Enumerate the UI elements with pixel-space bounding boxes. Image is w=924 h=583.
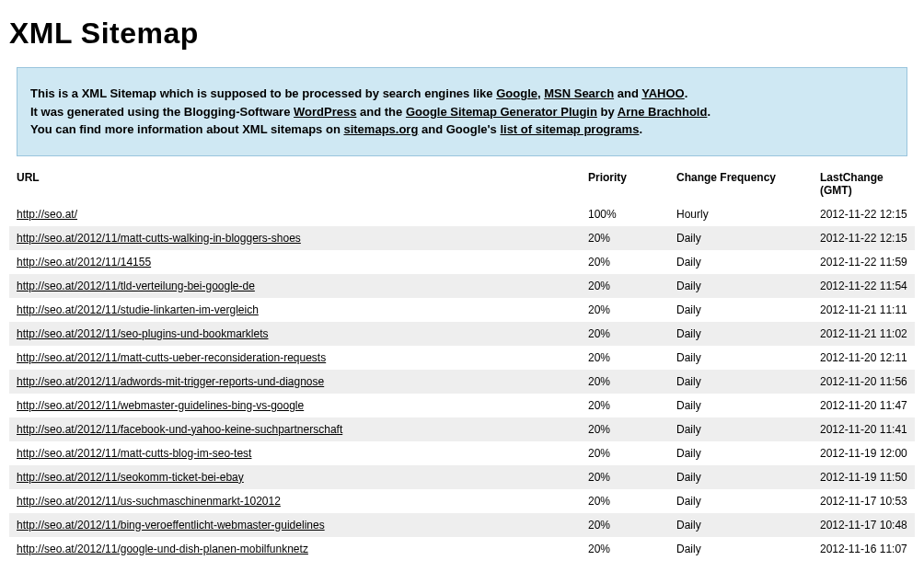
sitemap-url-link[interactable]: http://seo.at/ (17, 208, 77, 221)
table-row: http://seo.at/2012/11/bing-veroeffentlic… (9, 513, 915, 537)
sitemap-url-link[interactable]: http://seo.at/2012/11/14155 (17, 256, 151, 269)
link-msn-search[interactable]: MSN Search (544, 86, 614, 100)
cell-last-change: 2012-11-22 11:59 (813, 250, 915, 274)
sitemap-url-link[interactable]: http://seo.at/2012/11/adwords-mit-trigge… (17, 375, 324, 388)
table-row: http://seo.at/2012/11/matt-cutts-blog-im… (9, 441, 915, 465)
sitemap-url-link[interactable]: http://seo.at/2012/11/studie-linkarten-i… (17, 303, 259, 316)
cell-url: http://seo.at/2012/11/matt-cutts-walking… (9, 226, 581, 250)
cell-url: http://seo.at/2012/11/google-und-dish-pl… (9, 537, 581, 561)
info-text: . (707, 105, 710, 119)
cell-priority: 20% (581, 370, 669, 394)
cell-priority: 20% (581, 513, 669, 537)
cell-priority: 100% (581, 202, 669, 226)
cell-last-change: 2012-11-20 11:41 (813, 417, 915, 441)
info-text: . (685, 86, 688, 100)
info-line-1: This is a XML Sitemap which is supposed … (30, 85, 894, 103)
page-title: XML Sitemap (9, 17, 915, 51)
cell-priority: 20% (581, 489, 669, 513)
cell-priority: 20% (581, 322, 669, 346)
header-priority: Priority (581, 166, 669, 202)
table-row: http://seo.at/100%Hourly2012-11-22 12:15 (9, 202, 915, 226)
table-row: http://seo.at/2012/11/studie-linkarten-i… (9, 298, 915, 322)
cell-change-frequency: Hourly (669, 202, 813, 226)
cell-last-change: 2012-11-22 11:54 (813, 274, 915, 298)
link-sitemap-plugin[interactable]: Google Sitemap Generator Plugin (406, 105, 597, 119)
cell-last-change: 2012-11-17 10:53 (813, 489, 915, 513)
table-row: http://seo.at/2012/11/matt-cutts-ueber-r… (9, 346, 915, 370)
table-row: http://seo.at/2012/11/webmaster-guidelin… (9, 394, 915, 417)
sitemap-url-link[interactable]: http://seo.at/2012/11/webmaster-guidelin… (17, 399, 304, 412)
sitemap-url-link[interactable]: http://seo.at/2012/11/seo-plugins-und-bo… (17, 327, 269, 340)
cell-change-frequency: Daily (669, 513, 813, 537)
link-author[interactable]: Arne Brachhold (618, 105, 708, 119)
cell-change-frequency: Daily (669, 274, 813, 298)
cell-change-frequency: Daily (669, 441, 813, 465)
link-yahoo[interactable]: YAHOO (641, 86, 684, 100)
cell-url: http://seo.at/2012/11/matt-cutts-blog-im… (9, 441, 581, 465)
cell-url: http://seo.at/2012/11/matt-cutts-ueber-r… (9, 346, 581, 370)
cell-change-frequency: Daily (669, 465, 813, 489)
cell-change-frequency: Daily (669, 322, 813, 346)
info-text: and Google's (418, 122, 500, 136)
cell-last-change: 2012-11-21 11:02 (813, 322, 915, 346)
cell-change-frequency: Daily (669, 226, 813, 250)
cell-last-change: 2012-11-20 11:56 (813, 370, 915, 394)
link-sitemap-programs[interactable]: list of sitemap programs (500, 122, 639, 136)
table-row: http://seo.at/2012/11/seokomm-ticket-bei… (9, 465, 915, 489)
sitemap-url-link[interactable]: http://seo.at/2012/11/seokomm-ticket-bei… (17, 471, 244, 484)
cell-change-frequency: Daily (669, 417, 813, 441)
table-row: http://seo.at/2012/11/adwords-mit-trigge… (9, 370, 915, 394)
info-line-3: You can find more information about XML … (30, 120, 894, 139)
header-change-frequency: Change Frequency (669, 166, 813, 202)
cell-url: http://seo.at/2012/11/seokomm-ticket-bei… (9, 465, 581, 489)
cell-priority: 20% (581, 417, 669, 441)
cell-priority: 20% (581, 250, 669, 274)
cell-priority: 20% (581, 226, 669, 250)
cell-url: http://seo.at/2012/11/adwords-mit-trigge… (9, 370, 581, 394)
cell-last-change: 2012-11-20 11:47 (813, 394, 915, 417)
cell-url: http://seo.at/2012/11/14155 (9, 250, 581, 274)
cell-priority: 20% (581, 274, 669, 298)
sitemap-url-link[interactable]: http://seo.at/2012/11/facebook-und-yahoo… (17, 423, 342, 436)
table-row: http://seo.at/2012/11/1415520%Daily2012-… (9, 250, 915, 274)
cell-priority: 20% (581, 298, 669, 322)
info-text: This is a XML Sitemap which is supposed … (30, 86, 496, 100)
cell-last-change: 2012-11-19 11:50 (813, 465, 915, 489)
cell-url: http://seo.at/2012/11/studie-linkarten-i… (9, 298, 581, 322)
table-row: http://seo.at/2012/11/tld-verteilung-bei… (9, 274, 915, 298)
info-line-2: It was generated using the Blogging-Soft… (30, 103, 894, 121)
table-row: http://seo.at/2012/11/us-suchmaschinenma… (9, 489, 915, 513)
sitemap-url-link[interactable]: http://seo.at/2012/11/tld-verteilung-bei… (17, 280, 255, 292)
cell-url: http://seo.at/2012/11/tld-verteilung-bei… (9, 274, 581, 298)
link-google[interactable]: Google (496, 86, 537, 100)
sitemap-url-link[interactable]: http://seo.at/2012/11/matt-cutts-ueber-r… (17, 351, 326, 364)
cell-change-frequency: Daily (669, 537, 813, 561)
cell-last-change: 2012-11-22 12:15 (813, 202, 915, 226)
cell-priority: 20% (581, 346, 669, 370)
cell-url: http://seo.at/2012/11/seo-plugins-und-bo… (9, 322, 581, 346)
info-text: It was generated using the Blogging-Soft… (30, 105, 294, 119)
sitemap-url-link[interactable]: http://seo.at/2012/11/matt-cutts-walking… (17, 232, 301, 245)
info-text: . (639, 122, 642, 136)
cell-change-frequency: Daily (669, 346, 813, 370)
cell-url: http://seo.at/2012/11/bing-veroeffentlic… (9, 513, 581, 537)
cell-change-frequency: Daily (669, 394, 813, 417)
info-text: by (597, 105, 618, 119)
cell-url: http://seo.at/2012/11/us-suchmaschinenma… (9, 489, 581, 513)
cell-last-change: 2012-11-17 10:48 (813, 513, 915, 537)
info-text: and the (356, 105, 405, 119)
cell-last-change: 2012-11-21 11:11 (813, 298, 915, 322)
table-row: http://seo.at/2012/11/google-und-dish-pl… (9, 537, 915, 561)
cell-priority: 20% (581, 441, 669, 465)
sitemap-url-link[interactable]: http://seo.at/2012/11/bing-veroeffentlic… (17, 519, 325, 532)
cell-last-change: 2012-11-19 12:00 (813, 441, 915, 465)
info-text: and (614, 86, 641, 100)
link-wordpress[interactable]: WordPress (294, 105, 356, 119)
sitemap-url-link[interactable]: http://seo.at/2012/11/matt-cutts-blog-im… (17, 447, 251, 460)
sitemap-url-link[interactable]: http://seo.at/2012/11/google-und-dish-pl… (17, 543, 308, 555)
cell-priority: 20% (581, 465, 669, 489)
info-box: This is a XML Sitemap which is supposed … (17, 67, 907, 156)
cell-change-frequency: Daily (669, 298, 813, 322)
link-sitemaps-org[interactable]: sitemaps.org (343, 122, 418, 136)
sitemap-url-link[interactable]: http://seo.at/2012/11/us-suchmaschinenma… (17, 495, 281, 508)
